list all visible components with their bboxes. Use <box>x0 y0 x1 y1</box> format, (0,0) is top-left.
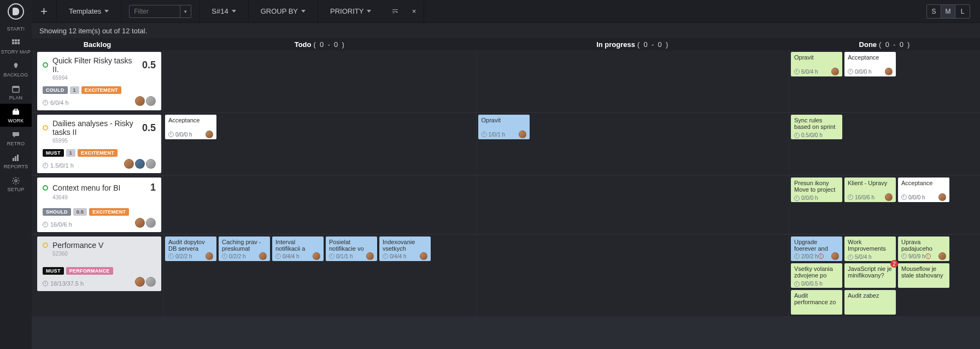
rail-item-retro[interactable]: RETRO <box>0 127 32 150</box>
task-card[interactable]: Caching prav - preskumat0/2/2 h <box>219 236 270 261</box>
filter-dropdown[interactable]: ▾ <box>180 5 191 18</box>
task-card[interactable]: Mouseflow je stale stahovany <box>898 263 949 288</box>
task-title: Opravit <box>794 54 839 67</box>
task-card[interactable]: Acceptance0/0/0 h <box>844 52 896 76</box>
task-card[interactable]: Opravit6/0/4 h <box>791 52 842 76</box>
cell-progress[interactable] <box>476 235 789 316</box>
sprint-dropdown[interactable]: S#14 <box>199 0 248 23</box>
priority-dropdown[interactable]: PRIORITY <box>318 0 383 23</box>
badge-should: SHOULD <box>43 208 71 216</box>
clock-icon <box>794 133 800 138</box>
avatar <box>420 252 427 260</box>
rail-item-reports[interactable]: REPORTS <box>0 150 32 173</box>
filter-input[interactable] <box>129 5 180 18</box>
cell-todo[interactable] <box>163 50 476 112</box>
rail-item-setup[interactable]: SETUP <box>0 173 32 196</box>
svg-rect-3 <box>12 42 14 44</box>
cell-todo[interactable]: Audit dopytov DB servera0/2/2 hCaching p… <box>163 235 476 316</box>
task-title: Audit performance zo servera <box>794 292 839 305</box>
story-time: 6/0/4 h <box>43 99 121 106</box>
task-card[interactable]: Interval notifikacii a emailov0/4/4 h <box>272 236 324 261</box>
task-card[interactable]: Sync rules based on sprint due change0.5… <box>791 115 842 139</box>
rail-label: BACKLOG <box>4 72 28 78</box>
close-button[interactable]: × <box>404 0 424 23</box>
story-card[interactable]: Quick Filter Risky tasks II.0.565994COUL… <box>37 52 161 110</box>
task-card[interactable]: Klient - Upravy16/0/6 h <box>844 178 896 202</box>
cell-done[interactable]: Opravit6/0/4 hAcceptance0/0/0 h <box>789 50 980 112</box>
clock-icon <box>222 253 227 259</box>
task-card[interactable]: Audit performance zo servera <box>791 290 842 315</box>
story-title: Dailies analyses - Risky tasks II <box>52 119 134 137</box>
task-card[interactable]: Upgrade foerever and nodejs2/0/2 h! <box>791 236 842 261</box>
col-progress-name: In progress <box>596 40 635 49</box>
task-card[interactable]: Acceptance0/0/0 h <box>165 115 216 139</box>
task-title: Interval notifikacii a emailov <box>275 239 320 252</box>
rail-start[interactable]: START! <box>0 22 32 35</box>
status-bullet <box>43 62 48 68</box>
cell-todo[interactable]: Acceptance0/0/0 h <box>163 113 476 175</box>
task-time: 0.5/0/0 h <box>794 132 823 138</box>
col-header-progress: In progress ( 0 - 0 ) <box>476 38 789 50</box>
avatar <box>135 277 145 287</box>
col-todo-stat: ( 0 - 0 ) <box>313 40 344 49</box>
avatar <box>519 131 526 138</box>
task-card[interactable]: Audit zabez <box>844 290 896 315</box>
cell-progress[interactable]: Opravit1/0/1 h <box>476 113 789 175</box>
clock-icon <box>168 253 174 259</box>
task-title: Work Improvements <box>848 239 893 252</box>
story-time: 1.5/0/1 h <box>43 162 118 169</box>
rail-item-work[interactable]: WORK <box>0 104 32 127</box>
templates-dropdown[interactable]: Templates <box>57 0 121 23</box>
rail-label: REPORTS <box>4 164 28 169</box>
badge-excite: EXCITEMENT <box>78 149 118 157</box>
cell-progress[interactable] <box>476 176 789 234</box>
task-card[interactable]: Presun ikony Move to project0/0/0 h <box>791 178 842 202</box>
clock-icon <box>329 253 335 259</box>
task-card[interactable]: Uprava padajuceho socketu + analyza9/0/9… <box>898 236 949 261</box>
rail-item-plan[interactable]: PLAN <box>0 81 32 104</box>
cell-progress[interactable] <box>476 50 789 112</box>
clock-icon <box>901 253 907 259</box>
sort-button[interactable] <box>383 0 404 23</box>
size-m[interactable]: M <box>941 5 955 18</box>
avatar <box>206 252 213 260</box>
groupby-dropdown[interactable]: GROUP BY <box>249 0 318 23</box>
task-time: 0/2/2 h <box>222 253 246 259</box>
result-count: Showing 12 item(s) out of 12 total. <box>32 23 980 38</box>
cell-done[interactable]: Presun ikony Move to project0/0/0 hKlien… <box>789 176 980 234</box>
avatar <box>206 131 213 138</box>
rail-label: PLAN <box>9 95 22 100</box>
rail-item-backlog[interactable]: BACKLOG <box>0 58 32 81</box>
story-points: 1 <box>147 182 156 193</box>
size-s[interactable]: S <box>927 5 941 18</box>
cell-done[interactable]: Sync rules based on sprint due change0.5… <box>789 113 980 175</box>
task-card[interactable]: Opravit1/0/1 h <box>478 115 530 139</box>
add-button[interactable]: + <box>32 0 57 23</box>
task-card[interactable]: Indexovanie vsetkych atributov0/4/4 h <box>379 236 431 261</box>
cell-done[interactable]: Upgrade foerever and nodejs2/0/2 h!Work … <box>789 235 980 316</box>
svg-rect-0 <box>12 39 14 42</box>
cell-todo[interactable] <box>163 176 476 234</box>
story-card[interactable]: Performance V52360MUSTPERFORMANCE18/13/3… <box>37 236 161 291</box>
task-title: Acceptance <box>901 180 946 193</box>
task-title: Audit zabez <box>848 292 893 305</box>
avatar <box>831 252 839 260</box>
task-time: 0/4/4 h <box>383 253 407 259</box>
task-card[interactable]: Audit dopytov DB servera0/2/2 h <box>165 236 216 261</box>
app-logo[interactable] <box>8 3 24 20</box>
story-card[interactable]: Context menu for BI143649SHOULD0.5EXCITE… <box>37 178 161 232</box>
task-card[interactable]: Vsetky volania zdvojene po0/0/0.5 h <box>791 263 842 288</box>
rail-item-story-map[interactable]: STORY MAP <box>0 35 32 58</box>
task-title: Mouseflow je stale stahovany <box>901 265 946 279</box>
task-time: 16/0/6 h <box>848 194 875 200</box>
task-card[interactable]: JavaScript nie je minifikovany?2 <box>844 263 896 288</box>
sort-icon <box>392 8 398 15</box>
story-card[interactable]: Dailies analyses - Risky tasks II0.56599… <box>37 115 161 173</box>
avatar <box>938 252 946 260</box>
col-done-stat: ( 0 - 0 ) <box>879 40 909 49</box>
task-card[interactable]: Acceptance0/0/0 h <box>898 178 949 202</box>
badge-num: 1 <box>70 86 79 94</box>
size-l[interactable]: L <box>955 5 970 18</box>
task-card[interactable]: Posielat notifikacie vo fork0/1/1 h <box>326 236 377 261</box>
task-card[interactable]: Work Improvements5/0/4 h <box>844 236 896 261</box>
